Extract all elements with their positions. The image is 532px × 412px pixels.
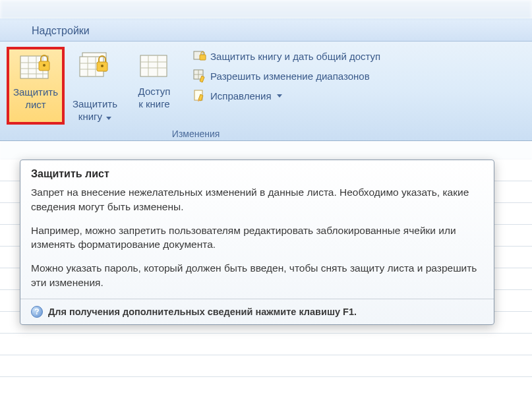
ribbon-tabs: Надстройки (0, 18, 532, 42)
tooltip-footer: ? Для получения дополнительных сведений … (20, 299, 494, 324)
tooltip-title: Защитить лист (20, 160, 494, 185)
dropdown-arrow-icon (106, 117, 111, 120)
tab-addins[interactable]: Надстройки (24, 21, 98, 41)
super-tooltip: Защитить лист Запрет на внесение нежелат… (20, 160, 494, 325)
share-workbook-icon (137, 50, 171, 83)
group-label-changes: Изменения (7, 129, 385, 139)
svg-rect-17 (140, 55, 167, 76)
share-workbook-label: Доступ к книге (138, 86, 171, 111)
tooltip-paragraph: Например, можно запретить пользователям … (31, 223, 483, 252)
protect-share-icon (193, 49, 206, 63)
track-changes-icon (193, 89, 206, 102)
grid-row (0, 334, 532, 355)
protect-workbook-icon (78, 50, 112, 83)
group-row: Защитить лист Защитить книгу (7, 47, 385, 125)
help-icon: ? (31, 306, 43, 318)
group-changes: Защитить лист Защитить книгу (4, 47, 388, 139)
tooltip-paragraph: Можно указать пароль, который должен быт… (31, 261, 483, 289)
protect-share-label: Защитить книгу и дать общий доступ (210, 51, 380, 62)
ribbon: Защитить лист Защитить книгу (0, 42, 532, 141)
protect-and-share-button[interactable]: Защитить книгу и дать общий доступ (189, 47, 385, 65)
track-changes-button[interactable]: Исправления (189, 86, 385, 105)
protect-sheet-label: Защитить лист (13, 86, 58, 111)
tooltip-body: Запрет на внесение нежелательных изменен… (20, 185, 494, 299)
tooltip-paragraph: Запрет на внесение нежелательных изменен… (31, 185, 483, 214)
share-workbook-button[interactable]: Доступ к книге (125, 47, 183, 125)
protect-sheet-icon (18, 51, 53, 84)
svg-rect-23 (200, 55, 206, 60)
worksheet-grid[interactable]: Защитить лист Запрет на внесение нежелат… (0, 160, 532, 384)
track-changes-label: Исправления (210, 90, 272, 102)
allow-edit-ranges-button[interactable]: Разрешить изменение диапазонов (189, 67, 385, 85)
protect-sheet-button[interactable]: Защитить лист (7, 47, 65, 125)
small-commands: Защитить книгу и дать общий доступ Разре… (185, 47, 385, 125)
tooltip-f1-hint: Для получения дополнительных сведений на… (48, 307, 357, 317)
protect-workbook-button[interactable]: Защитить книгу (66, 47, 124, 125)
svg-point-8 (43, 64, 45, 67)
protect-workbook-label: Защитить книгу (73, 86, 117, 123)
dropdown-arrow-icon (277, 94, 282, 98)
window-titlebar (0, 0, 532, 18)
allow-ranges-icon (193, 69, 206, 82)
grid-row (0, 355, 532, 377)
svg-point-16 (101, 65, 103, 67)
allow-ranges-label: Разрешить изменение диапазонов (210, 71, 370, 82)
formula-bar (0, 141, 532, 160)
